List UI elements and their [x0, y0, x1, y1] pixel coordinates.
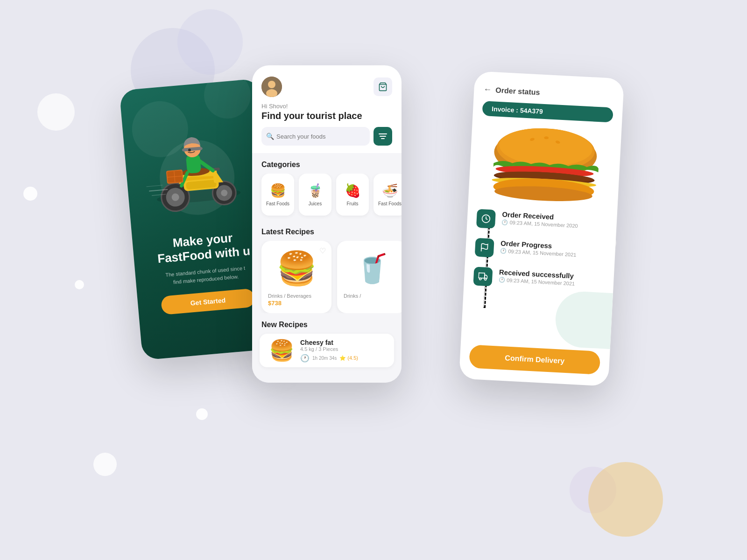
bg-decoration-5: [75, 280, 84, 289]
new-recipe-time: 1h 20m 34s: [312, 356, 337, 361]
category-fast-foods[interactable]: 🍔 Fast Foods: [261, 174, 294, 216]
clock-icon-3: 🕐: [499, 277, 506, 283]
recipe-card-1[interactable]: ♡ 🍔 Drinks / Beverages $738: [261, 241, 331, 313]
recipes-row: ♡ 🍔 Drinks / Beverages $738 🥤 Drinks /: [252, 241, 402, 313]
burger-image-area: [468, 120, 622, 212]
recipe-price-1: $738: [268, 300, 325, 307]
received-successfully-text: Received successfully 🕐 09:23 AM, 15 Nov…: [499, 268, 576, 287]
order-progress-icon: [475, 238, 494, 258]
fast-food-2-icon: 🍜: [382, 183, 398, 198]
new-recipe-name: Cheesy fat: [300, 339, 385, 346]
new-recipes-title: New Recipes: [252, 313, 402, 334]
svg-point-24: [268, 81, 275, 88]
search-input[interactable]: [261, 127, 370, 146]
categories-title: Categories: [252, 153, 402, 174]
recipe-image-1: 🍔: [268, 247, 325, 289]
recipe-card-2[interactable]: 🥤 Drinks /: [337, 241, 402, 313]
order-received-icon: [476, 209, 496, 229]
category-fast-foods-2[interactable]: 🍜 Fast Foods: [374, 174, 402, 216]
middle-top-row: [261, 77, 392, 97]
bg-decoration-4: [23, 187, 37, 201]
timeline-item-3: Received successfully 🕐 09:23 AM, 15 Nov…: [473, 267, 605, 293]
category-juices[interactable]: 🧋 Juices: [299, 174, 331, 216]
order-progress-text: Order Progress 🕐 09:23 AM, 15 November 2…: [500, 239, 577, 258]
juice-label: Juices: [309, 201, 322, 206]
search-wrapper: 🔍: [261, 127, 370, 146]
new-recipe-meta: 🕐 1h 20m 34s ⭐ (4.5): [300, 354, 385, 363]
phone-middle: Hi Shovo! Find your tourist place 🔍 Cate…: [252, 65, 402, 383]
svg-point-47: [484, 278, 486, 280]
fruit-label: Fruits: [347, 201, 359, 206]
middle-header: Hi Shovo! Find your tourist place: [252, 65, 402, 127]
main-title: Find your tourist place: [261, 111, 392, 121]
get-started-button[interactable]: Get Started: [161, 288, 255, 315]
new-recipe-item-1[interactable]: 🍔 Cheesy fat 4.5 kg / 3 Pieces 🕐 1h 20m …: [260, 334, 394, 367]
filter-button[interactable]: [374, 127, 392, 146]
order-status-title: Order status: [495, 86, 540, 97]
new-recipe-image: 🍔: [269, 338, 295, 363]
phones-container: Make your FastFood with u The standard c…: [93, 47, 654, 513]
new-recipe-rating: ⭐ (4.5): [339, 355, 358, 361]
user-avatar: [261, 77, 282, 97]
left-subtext: The standard chunk of used since t find …: [158, 264, 253, 287]
back-button[interactable]: ←: [483, 84, 492, 95]
recipe-label-2: Drinks /: [344, 293, 401, 299]
recipe-label-1: Drinks / Beverages: [268, 293, 325, 299]
timeline-item-1: Order Received 🕐 09:23 AM, 15 November 2…: [476, 209, 608, 235]
received-successfully-icon: [473, 267, 493, 287]
clock-icon-2: 🕐: [500, 248, 507, 254]
middle-scroll-area: Categories 🍔 Fast Foods 🧋 Juices 🍓 Fruit…: [252, 153, 402, 383]
favorite-icon[interactable]: ♡: [319, 246, 326, 255]
category-fruits[interactable]: 🍓 Fruits: [336, 174, 369, 216]
clock-icon-1: 🕐: [501, 219, 508, 225]
bg-decoration-3: [37, 93, 75, 131]
svg-point-46: [479, 278, 481, 280]
svg-line-22: [146, 185, 162, 187]
timeline-item-2: Order Progress 🕐 09:23 AM, 15 November 2…: [475, 238, 606, 264]
new-recipe-size: 4.5 kg / 3 Pieces: [300, 346, 385, 352]
juice-icon: 🧋: [307, 183, 324, 198]
latest-recipes-title: Latest Recipes: [252, 220, 402, 241]
order-received-text: Order Received 🕐 09:23 AM, 15 November 2…: [501, 210, 578, 229]
phone-right: ← Order status Invoice : 54A379: [459, 71, 624, 386]
search-row: 🔍: [252, 127, 402, 153]
search-icon: 🔍: [266, 133, 274, 140]
order-timeline: Order Received 🕐 09:23 AM, 15 November 2…: [461, 204, 617, 352]
cart-button[interactable]: [374, 77, 392, 96]
greeting-text: Hi Shovo!: [261, 103, 392, 110]
new-recipe-info: Cheesy fat 4.5 kg / 3 Pieces 🕐 1h 20m 34…: [300, 339, 385, 363]
fast-food-2-label: Fast Foods: [378, 201, 402, 206]
scooter-illustration: [130, 98, 262, 239]
fast-food-label: Fast Foods: [266, 201, 289, 206]
svg-rect-44: [479, 273, 485, 278]
svg-marker-45: [485, 275, 487, 278]
categories-row: 🍔 Fast Foods 🧋 Juices 🍓 Fruits 🍜 Fast Fo…: [252, 174, 402, 220]
fruit-icon: 🍓: [345, 183, 361, 198]
clock-icon-small: 🕐: [300, 354, 310, 363]
left-phone-content: Make your FastFood with u The standard c…: [151, 229, 260, 315]
recipe-image-2: 🥤: [344, 247, 401, 289]
fast-food-icon: 🍔: [270, 183, 286, 198]
